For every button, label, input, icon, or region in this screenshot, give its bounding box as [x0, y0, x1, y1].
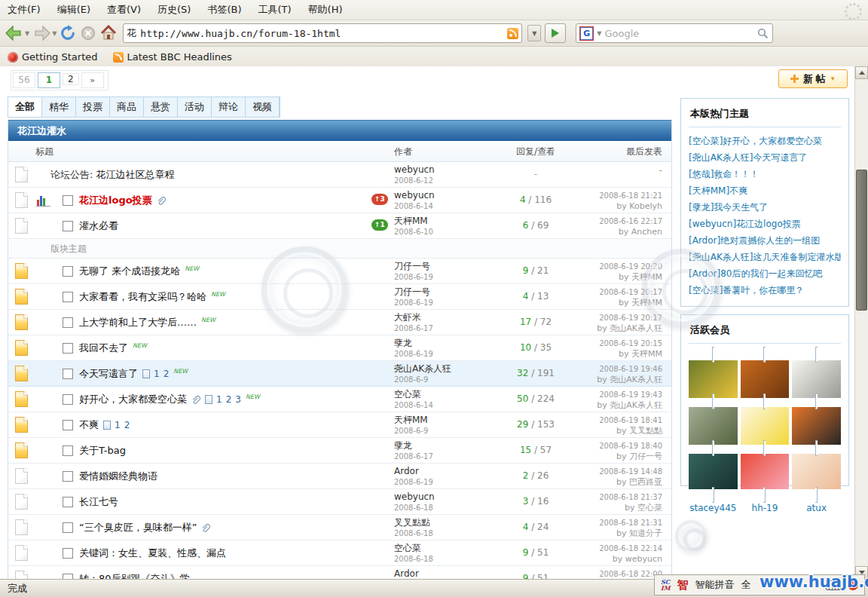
- back-button[interactable]: ▼: [5, 25, 29, 41]
- forward-button[interactable]: ▼: [32, 25, 57, 41]
- search-bar[interactable]: G ▼ Google: [576, 23, 773, 43]
- author-link[interactable]: 孽龙: [394, 441, 433, 451]
- back-dropdown-icon[interactable]: ▼: [25, 30, 29, 37]
- menu-item[interactable]: 历史(S): [157, 4, 191, 15]
- tab-活动[interactable]: 活动: [178, 97, 212, 117]
- thread-checkbox[interactable]: [63, 195, 73, 206]
- menu-item[interactable]: 书签(B): [207, 4, 241, 15]
- current-page[interactable]: 1: [38, 72, 60, 88]
- thread-page-links[interactable]: 123: [205, 394, 241, 405]
- last-poster-link[interactable]: Kobelyh: [629, 201, 662, 211]
- last-poster-link[interactable]: webyucn: [625, 554, 662, 564]
- tab-商品[interactable]: 商品: [110, 97, 144, 117]
- author-link[interactable]: 刀仔一号: [394, 262, 433, 271]
- last-poster-link[interactable]: 尧山AK杀人狂: [610, 323, 662, 333]
- thread-page-link[interactable]: 2: [124, 420, 130, 430]
- menu-item[interactable]: 工具(T): [258, 4, 292, 15]
- keyboard-icon[interactable]: [826, 580, 841, 590]
- author-link[interactable]: Ardor: [394, 569, 433, 579]
- bookmark-item[interactable]: Getting Started: [8, 51, 98, 63]
- last-poster-link[interactable]: 空心菜: [637, 503, 662, 513]
- new-post-button[interactable]: 新 帖 ▼: [778, 69, 848, 88]
- last-poster-link[interactable]: 叉叉點點: [629, 426, 662, 436]
- thread-checkbox[interactable]: [63, 471, 73, 482]
- scroll-up-button[interactable]: [855, 66, 868, 79]
- member-avatar[interactable]: [741, 440, 790, 503]
- thread-title-link[interactable]: 爱情婚姻经典物语: [79, 470, 157, 483]
- thread-page-links[interactable]: 12: [103, 420, 130, 430]
- menu-item[interactable]: 帮助(H): [308, 4, 343, 15]
- forward-dropdown-icon[interactable]: ▼: [52, 30, 57, 37]
- bookmark-item[interactable]: Latest BBC Headlines: [113, 51, 232, 63]
- thread-title-link[interactable]: 上大学前和上了大学后……: [79, 316, 197, 329]
- thread-checkbox[interactable]: [63, 394, 73, 405]
- ime-mode-icon[interactable]: 智: [677, 578, 689, 592]
- last-poster-link[interactable]: 巴西路亚: [629, 477, 662, 487]
- page-link[interactable]: 2: [63, 73, 79, 85]
- member-avatar[interactable]: [792, 440, 841, 503]
- thread-page-link[interactable]: 2: [164, 369, 170, 379]
- thread-title-link[interactable]: 今天写遗言了: [79, 367, 138, 381]
- search-input[interactable]: Google: [604, 28, 754, 39]
- tab-视频[interactable]: 视频: [246, 97, 280, 117]
- scrollbar-thumb[interactable]: [856, 170, 867, 311]
- thread-page-links[interactable]: 12: [142, 369, 169, 379]
- thread-checkbox[interactable]: [63, 369, 73, 379]
- vertical-scrollbar[interactable]: [854, 66, 868, 579]
- author-link[interactable]: 空心菜: [394, 390, 433, 400]
- thread-title-link[interactable]: 大家看看，我有文采吗？哈哈: [79, 290, 206, 304]
- last-poster-link[interactable]: 天枰MM: [631, 349, 662, 359]
- thread-title-link[interactable]: 无聊了 来个成语接龙哈: [79, 265, 180, 278]
- home-button[interactable]: [99, 25, 118, 41]
- last-poster-link[interactable]: Anchen: [631, 227, 662, 237]
- author-link[interactable]: webyucn: [394, 492, 435, 502]
- url-dropdown-button[interactable]: ▼: [527, 25, 541, 41]
- tab-精华[interactable]: 精华: [42, 97, 76, 117]
- thread-checkbox[interactable]: [63, 548, 73, 559]
- ime-toolbar[interactable]: SC IM 智 智能拼音 全: [654, 574, 865, 595]
- thread-page-link[interactable]: 1: [115, 420, 121, 430]
- tab-辩论[interactable]: 辩论: [212, 97, 246, 117]
- last-poster-link[interactable]: 知道分子: [629, 528, 662, 538]
- thread-checkbox[interactable]: [63, 574, 73, 579]
- member-name-link[interactable]: atux: [792, 503, 841, 513]
- ime-width-toggle[interactable]: 全: [741, 578, 751, 592]
- engine-dropdown-icon[interactable]: ▼: [597, 30, 601, 37]
- thread-title-link[interactable]: 花江边社区总章程: [96, 168, 174, 182]
- ime-name[interactable]: 智能拼音: [695, 578, 735, 592]
- author-link[interactable]: 尧山AK杀人狂: [394, 364, 451, 374]
- new-post-dropdown-icon[interactable]: ▼: [830, 75, 836, 82]
- thread-checkbox[interactable]: [63, 221, 73, 231]
- search-icon[interactable]: [757, 28, 769, 39]
- url-text[interactable]: http://www.huajb.cn/forum-18-1html: [140, 28, 503, 39]
- hot-topic-link[interactable]: [悠哉]救命！！！: [689, 166, 841, 182]
- author-link[interactable]: 叉叉點點: [394, 518, 433, 528]
- author-link[interactable]: 刀仔一号: [394, 287, 433, 297]
- tab-全部[interactable]: 全部: [8, 97, 42, 117]
- thread-checkbox[interactable]: [63, 420, 73, 430]
- last-poster-link[interactable]: 刀仔一号: [629, 452, 662, 461]
- thread-title-link[interactable]: 不爽: [79, 418, 99, 432]
- thread-title-link[interactable]: 关于T-bag: [79, 444, 126, 458]
- address-bar[interactable]: 花 http://www.huajb.cn/forum-18-1html: [123, 23, 522, 43]
- thread-title-link[interactable]: 花江边logo投票: [79, 194, 152, 207]
- hot-topic-link[interactable]: [空心菜]好开心，大家都爱空心菜: [689, 133, 841, 149]
- thread-page-link[interactable]: 3: [235, 394, 241, 405]
- hot-topic-link[interactable]: [webyucn]花江边logo投票: [689, 216, 841, 232]
- hot-topic-link[interactable]: [天枰MM]不爽: [689, 182, 841, 199]
- hot-topic-link[interactable]: [Ardor]80后的我们一起来回忆吧: [689, 265, 841, 282]
- thread-title-link[interactable]: 灌水必看: [79, 219, 118, 233]
- thread-page-link[interactable]: 1: [216, 394, 222, 405]
- tab-悬赏[interactable]: 悬赏: [144, 97, 178, 117]
- thread-checkbox[interactable]: [63, 292, 73, 302]
- author-link[interactable]: 空心菜: [394, 543, 433, 553]
- reload-button[interactable]: [59, 25, 77, 41]
- thread-title-link[interactable]: 好开心，大家都爱空心菜: [79, 393, 187, 406]
- last-poster-link[interactable]: 天枰MM: [631, 272, 662, 282]
- last-poster-link[interactable]: 尧山AK杀人狂: [610, 400, 662, 410]
- thread-checkbox[interactable]: [63, 522, 73, 533]
- last-poster-link[interactable]: 天枰MM: [631, 298, 662, 308]
- author-link[interactable]: 大虾米: [394, 313, 433, 323]
- stop-button[interactable]: [79, 25, 97, 41]
- member-avatar[interactable]: [689, 440, 738, 503]
